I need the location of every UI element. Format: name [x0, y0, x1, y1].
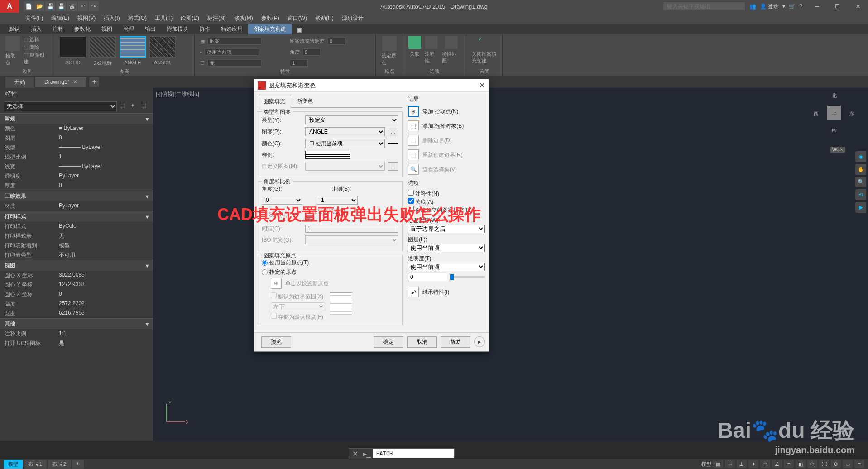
customize-icon[interactable]: ≡: [854, 460, 864, 468]
pattern-2x2[interactable]: 2x2地砖: [90, 36, 116, 67]
ortho-icon[interactable]: ⊥: [737, 460, 747, 468]
layer-select[interactable]: 使用当前项: [408, 244, 485, 252]
ribbon-tab-default[interactable]: 默认: [4, 24, 25, 34]
origin-specify-radio[interactable]: [262, 269, 268, 275]
props-value[interactable]: 3022.0085: [59, 272, 149, 279]
props-section-header[interactable]: 三维效果▾: [0, 191, 153, 201]
viewcube-south[interactable]: 南: [832, 126, 837, 133]
remove-boundary[interactable]: ⬚ 删除: [24, 44, 48, 51]
add-pick-button[interactable]: ⊕添加:拾取点(K): [408, 106, 485, 117]
props-row[interactable]: 高度2572.2202: [0, 299, 153, 309]
preview-button[interactable]: 预览: [261, 336, 291, 348]
tab-hatch[interactable]: 图案填充: [258, 96, 291, 108]
props-value[interactable]: 0: [59, 291, 149, 298]
select-obj-icon[interactable]: ✦: [130, 102, 139, 110]
viewcube-east[interactable]: 东: [849, 110, 854, 117]
workspace-icon[interactable]: ⚙: [831, 460, 841, 468]
nav-wheel-icon[interactable]: ◉: [855, 151, 866, 162]
transparency-select[interactable]: 使用当前项: [408, 263, 485, 271]
props-row[interactable]: 透明度ByLayer: [0, 172, 153, 181]
cart-icon[interactable]: 🛒: [789, 3, 796, 10]
bg-color-input[interactable]: [207, 59, 262, 67]
help-button[interactable]: 帮助: [441, 336, 470, 348]
ribbon-tab-annotate[interactable]: 注释: [47, 24, 69, 34]
color-select[interactable]: ☐ 使用当前项: [305, 139, 385, 148]
assoc-button[interactable]: 关联: [408, 36, 421, 57]
angle-input[interactable]: [302, 48, 321, 56]
transparency-icon[interactable]: ◧: [796, 460, 806, 468]
origin-current-radio[interactable]: [262, 260, 268, 266]
viewcube-top[interactable]: 上: [827, 106, 841, 120]
props-value[interactable]: 2572.2202: [59, 300, 149, 308]
trans-input[interactable]: [327, 38, 345, 45]
ribbon-tab-addins[interactable]: 附加模块: [161, 24, 194, 34]
add-tab-button[interactable]: +: [89, 77, 99, 87]
zoom-icon[interactable]: 🔍: [855, 177, 866, 187]
menu-modify[interactable]: 修改(M): [231, 14, 256, 23]
search-input[interactable]: [663, 2, 745, 10]
menu-yuanquan[interactable]: 源泉设计: [339, 14, 366, 23]
props-value[interactable]: 0: [59, 134, 149, 142]
props-value[interactable]: ByLayer: [59, 202, 149, 210]
set-origin-button[interactable]: 设定原点: [381, 36, 397, 66]
props-section-header[interactable]: 打印样式▾: [0, 211, 153, 222]
props-row[interactable]: 圆心 Y 坐标1272.9333: [0, 280, 153, 290]
drawing-tab[interactable]: Drawing1*✕: [35, 77, 86, 87]
orbit-icon[interactable]: ⟲: [855, 189, 866, 200]
props-value[interactable]: 模型: [59, 242, 149, 249]
pattern-browse[interactable]: ...: [388, 128, 398, 136]
inherit-button[interactable]: 🖌继承特性(I): [408, 287, 485, 297]
menu-edit[interactable]: 编辑(E): [48, 14, 72, 23]
layout2-tab[interactable]: 布局 2: [48, 460, 71, 469]
props-row[interactable]: 打开 UCS 图标是: [0, 339, 153, 348]
grid-icon[interactable]: ▦: [713, 460, 723, 468]
pattern-select[interactable]: ANGLE: [305, 127, 385, 136]
viewport-label[interactable]: [-][俯视][二维线框]: [156, 91, 199, 98]
ribbon-tab-manage[interactable]: 管理: [118, 24, 139, 34]
props-row[interactable]: 注释比例1:1: [0, 329, 153, 339]
type-select[interactable]: 预定义: [305, 115, 398, 124]
dialog-titlebar[interactable]: 图案填充和渐变色 ✕: [254, 79, 489, 92]
close-button[interactable]: ✕: [848, 0, 868, 13]
transparency-slider[interactable]: [450, 276, 485, 278]
ribbon-tab-extra[interactable]: ▣: [292, 25, 307, 34]
props-row[interactable]: 打印样式ByColor: [0, 222, 153, 231]
props-value[interactable]: 6216.7556: [59, 310, 149, 317]
osnap-icon[interactable]: ◻: [760, 460, 770, 468]
props-value[interactable]: ———— ByLayer: [59, 163, 149, 171]
command-input[interactable]: [373, 449, 454, 458]
props-value[interactable]: 1:1: [59, 330, 149, 338]
menu-parametric[interactable]: 参数(P): [259, 14, 282, 23]
menu-view[interactable]: 视图(V): [75, 14, 98, 23]
props-row[interactable]: 圆心 Z 坐标0: [0, 290, 153, 299]
close-hatch-button[interactable]: ✔关闭图案填充创建: [472, 36, 497, 64]
menu-window[interactable]: 窗口(W): [285, 14, 310, 23]
annot-button[interactable]: 注释性: [425, 36, 438, 64]
props-row[interactable]: 厚度0: [0, 181, 153, 191]
pickadd-icon[interactable]: ⬚: [141, 102, 149, 110]
associative-check[interactable]: [408, 198, 414, 204]
ribbon-tab-parametric[interactable]: 参数化: [69, 24, 96, 34]
ribbon-tab-featured[interactable]: 精选应用: [216, 24, 248, 34]
scale-input[interactable]: [290, 59, 308, 67]
clean-icon[interactable]: ▭: [843, 460, 853, 468]
scale-select[interactable]: 1: [317, 196, 358, 205]
props-row[interactable]: 线型比例1: [0, 153, 153, 162]
menu-file[interactable]: 文件(F): [23, 14, 46, 23]
tab-gradient[interactable]: 渐变色: [291, 96, 318, 107]
ribbon-tab-collab[interactable]: 协作: [194, 24, 216, 34]
props-row[interactable]: 材质ByLayer: [0, 201, 153, 211]
menu-format[interactable]: 格式(O): [125, 14, 149, 23]
qat-print-icon[interactable]: 🖨: [67, 1, 77, 11]
tab-close-icon[interactable]: ✕: [73, 79, 77, 85]
menu-help[interactable]: 帮助(H): [312, 14, 336, 23]
props-value[interactable]: 1272.9333: [59, 281, 149, 289]
props-value[interactable]: 不可用: [59, 251, 149, 259]
props-row[interactable]: 打印表附着到模型: [0, 241, 153, 250]
transparency-input[interactable]: [408, 273, 447, 281]
angle-select[interactable]: 0: [262, 196, 302, 205]
layout1-tab[interactable]: 布局 1: [24, 460, 47, 469]
recreate-boundary[interactable]: ⬚ 重新创建: [24, 52, 48, 65]
menu-tools[interactable]: 工具(T): [152, 14, 175, 23]
otrack-icon[interactable]: ∠: [772, 460, 782, 468]
